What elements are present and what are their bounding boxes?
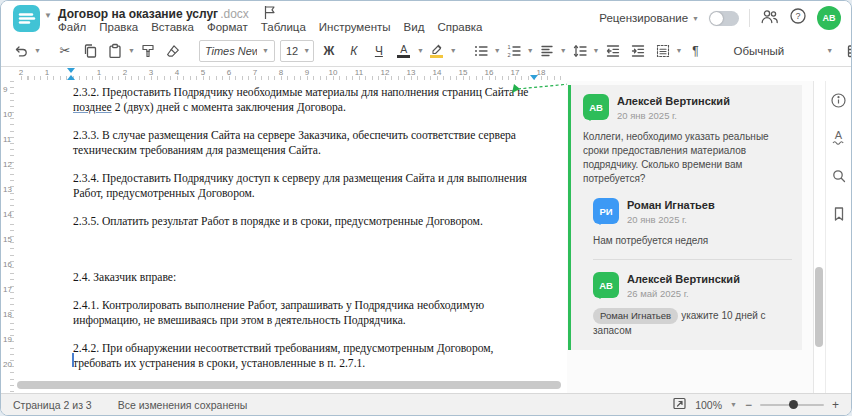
review-mode-dropdown[interactable]: Рецензирование ▼ [599, 12, 699, 24]
increase-indent-button[interactable] [626, 39, 650, 63]
search-icon[interactable] [828, 165, 850, 187]
toolbar: ▼ ✂ ▼ Times New ... ▼ [1, 35, 851, 67]
menu-view[interactable]: Вид [404, 21, 425, 33]
doc-paragraph[interactable]: 2.3.4. Предоставить Подрядчику доступ к … [73, 171, 537, 201]
menu-help[interactable]: Справка [437, 21, 482, 33]
fit-width-icon[interactable] [672, 396, 687, 413]
borders-caret-icon[interactable]: ▼ [676, 47, 683, 54]
font-color-caret-icon[interactable]: ▼ [417, 47, 424, 54]
numbered-list-caret-icon[interactable]: ▼ [527, 47, 534, 54]
format-painter-button[interactable] [136, 39, 160, 63]
undo-button[interactable] [9, 39, 33, 63]
zoom-in-button[interactable]: + [832, 398, 839, 412]
review-toggle[interactable] [709, 11, 739, 26]
svg-text:1: 1 [507, 44, 510, 50]
bullet-list-button[interactable] [469, 39, 493, 63]
horizontal-ruler[interactable]: 21123456789101112131415161718 [15, 67, 567, 81]
comment-thread[interactable]: АВ Алексей Вертинский 20 янв 2025 г. Кол… [568, 85, 802, 350]
menu-file[interactable]: Файл [58, 21, 86, 33]
align-button[interactable] [535, 39, 559, 63]
font-size-value: 12 [286, 45, 298, 57]
line-spacing-caret-icon[interactable]: ▼ [593, 47, 600, 54]
font-name-value: Times New ... [205, 45, 257, 57]
text-cursor [72, 353, 74, 367]
doc-paragraph[interactable]: 2.3.2. Предоставить Подрядчику необходим… [73, 85, 537, 115]
comment-reply[interactable]: РИ Роман Игнатьев 20 янв 2025 г. Нам пот… [593, 198, 792, 248]
mention-chip[interactable]: Роман Игнатьев [593, 308, 678, 324]
bullet-list-caret-icon[interactable]: ▼ [494, 47, 501, 54]
copy-button[interactable] [78, 39, 102, 63]
clear-style-eraser-button[interactable] [161, 39, 185, 63]
collaboration-users-icon[interactable] [760, 8, 779, 29]
zoom-slider-handle[interactable] [789, 400, 798, 409]
line-spacing-button[interactable] [568, 39, 592, 63]
bookmark-icon[interactable] [828, 203, 850, 225]
comment-avatar: РИ [593, 198, 619, 224]
doc-blank-line[interactable] [73, 242, 537, 257]
menu-format[interactable]: Формат [207, 21, 248, 33]
chevron-down-icon: ▼ [262, 47, 269, 54]
cut-button[interactable]: ✂ [53, 39, 77, 63]
show-paragraph-marks-button[interactable]: ¶ [683, 39, 707, 63]
font-size-select[interactable]: 12 ▼ [280, 40, 314, 62]
paragraph-text: 2.3.2. Предоставить Подрядчику необходим… [73, 86, 529, 99]
doc-paragraph[interactable]: 2.4. Заказчик вправе: [73, 270, 537, 285]
svg-text:2: 2 [507, 52, 510, 58]
italic-button[interactable]: К [342, 39, 366, 63]
zoom-caret-icon[interactable]: ▼ [730, 401, 737, 408]
horizontal-scrollbar[interactable] [17, 381, 561, 389]
bold-button[interactable]: Ж [317, 39, 341, 63]
page-indicator[interactable]: Страница 2 из 3 [13, 399, 92, 411]
title-bar: ▼ Договор на оказание услуг.docx Файл Пр… [1, 1, 851, 35]
zoom-slider[interactable] [760, 404, 824, 406]
app-window: ▼ Договор на оказание услуг.docx Файл Пр… [0, 0, 852, 416]
vertical-scrollbar[interactable] [815, 81, 823, 393]
vertical-ruler[interactable]: 91011121314151617181920 [1, 81, 15, 393]
help-icon[interactable]: ? [789, 7, 807, 29]
align-caret-icon[interactable]: ▼ [560, 47, 567, 54]
highlight-caret-icon[interactable]: ▼ [450, 47, 457, 54]
right-indent-marker[interactable] [530, 75, 538, 80]
document-page[interactable]: 2.3.2. Предоставить Подрядчику необходим… [15, 81, 567, 393]
comment-date: 20 янв 2025 г. [627, 214, 715, 225]
font-color-button[interactable]: А [392, 39, 416, 63]
comment-author: Роман Игнатьев [627, 198, 715, 211]
insert-table-button[interactable] [842, 39, 852, 63]
comment-reply[interactable]: АВ Алексей Вертинский 26 май 2025 г. Ром… [593, 272, 792, 338]
paste-button[interactable] [103, 39, 127, 63]
app-logo-icon[interactable] [13, 5, 40, 32]
user-avatar[interactable]: АВ [817, 6, 841, 30]
review-mode-label: Рецензирование [599, 12, 688, 24]
info-icon[interactable] [828, 89, 850, 111]
zoom-value[interactable]: 100% [695, 399, 722, 411]
first-line-indent-marker[interactable] [67, 68, 75, 73]
paste-caret-icon[interactable]: ▼ [128, 47, 135, 54]
comment-text: Нам потребуется неделя [593, 234, 792, 248]
numbered-list-button[interactable]: 12 [502, 39, 526, 63]
bold-letter: Ж [319, 44, 339, 58]
font-name-select[interactable]: Times New ... ▼ [199, 40, 275, 62]
doc-paragraph[interactable]: 2.3.3. В случае размещения Сайта на серв… [73, 128, 537, 158]
paragraph-style-select[interactable]: Обычный ▼ [733, 45, 833, 57]
menu-tools[interactable]: Инструменты [319, 21, 391, 33]
spellcheck-icon[interactable]: А [828, 127, 850, 149]
decrease-indent-button[interactable] [601, 39, 625, 63]
menu-insert[interactable]: Вставка [151, 21, 194, 33]
doc-paragraph[interactable]: 2.4.1. Контролировать выполнение Работ, … [73, 298, 537, 328]
scrollbar-thumb[interactable] [815, 267, 823, 347]
doc-paragraph[interactable]: 2.4.2. При обнаружении несоответствий тр… [73, 341, 537, 371]
menu-edit[interactable]: Правка [99, 21, 138, 33]
document-text[interactable]: 2.3.2. Предоставить Подрядчику необходим… [73, 85, 537, 384]
left-indent-marker[interactable] [67, 75, 75, 80]
undo-caret-icon[interactable]: ▼ [34, 47, 41, 54]
commented-text[interactable]: позднее [73, 101, 112, 114]
menu-table[interactable]: Таблица [261, 21, 306, 33]
toggle-knob [710, 12, 723, 25]
paragraph-borders-button[interactable] [651, 39, 675, 63]
logo-menu-caret-icon[interactable]: ▼ [44, 11, 52, 20]
zoom-out-button[interactable]: − [745, 398, 752, 412]
svg-text:?: ? [795, 11, 800, 21]
doc-paragraph[interactable]: 2.3.5. Оплатить результат Работ в порядк… [73, 214, 537, 229]
underline-button[interactable]: Ч [367, 39, 391, 63]
highlight-color-button[interactable] [425, 39, 449, 63]
